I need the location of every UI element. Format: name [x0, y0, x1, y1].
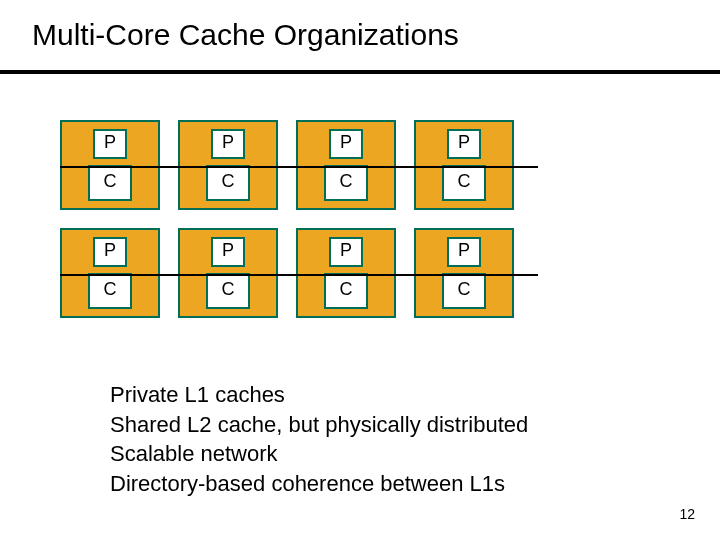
- interconnect-row-2: [60, 274, 538, 276]
- tile: P C: [414, 120, 514, 210]
- cache-box: C: [442, 273, 486, 309]
- tile: P C: [178, 120, 278, 210]
- processor-box: P: [93, 129, 127, 159]
- processor-box: P: [211, 237, 245, 267]
- cache-box: C: [442, 165, 486, 201]
- processor-box: P: [447, 129, 481, 159]
- caption-line: Private L1 caches: [110, 380, 528, 410]
- cache-box: C: [88, 165, 132, 201]
- tile-row: P C P C P C P C: [60, 228, 514, 318]
- tile: P C: [178, 228, 278, 318]
- tile: P C: [296, 120, 396, 210]
- tile: P C: [60, 120, 160, 210]
- processor-box: P: [447, 237, 481, 267]
- processor-box: P: [93, 237, 127, 267]
- tile-row: P C P C P C P C: [60, 120, 514, 210]
- tile: P C: [414, 228, 514, 318]
- cache-box: C: [206, 273, 250, 309]
- cache-box: C: [324, 273, 368, 309]
- title-rule: [0, 70, 720, 74]
- caption-block: Private L1 caches Shared L2 cache, but p…: [110, 380, 528, 499]
- tile: P C: [296, 228, 396, 318]
- cache-box: C: [206, 165, 250, 201]
- page-number: 12: [679, 506, 695, 522]
- caption-line: Directory-based coherence between L1s: [110, 469, 528, 499]
- interconnect-row-1: [60, 166, 538, 168]
- caption-line: Scalable network: [110, 439, 528, 469]
- slide-title: Multi-Core Cache Organizations: [32, 18, 459, 52]
- processor-box: P: [329, 129, 363, 159]
- cache-diagram: P C P C P C P C P C P C P C P C: [60, 120, 514, 318]
- processor-box: P: [211, 129, 245, 159]
- cache-box: C: [324, 165, 368, 201]
- processor-box: P: [329, 237, 363, 267]
- caption-line: Shared L2 cache, but physically distribu…: [110, 410, 528, 440]
- tile: P C: [60, 228, 160, 318]
- cache-box: C: [88, 273, 132, 309]
